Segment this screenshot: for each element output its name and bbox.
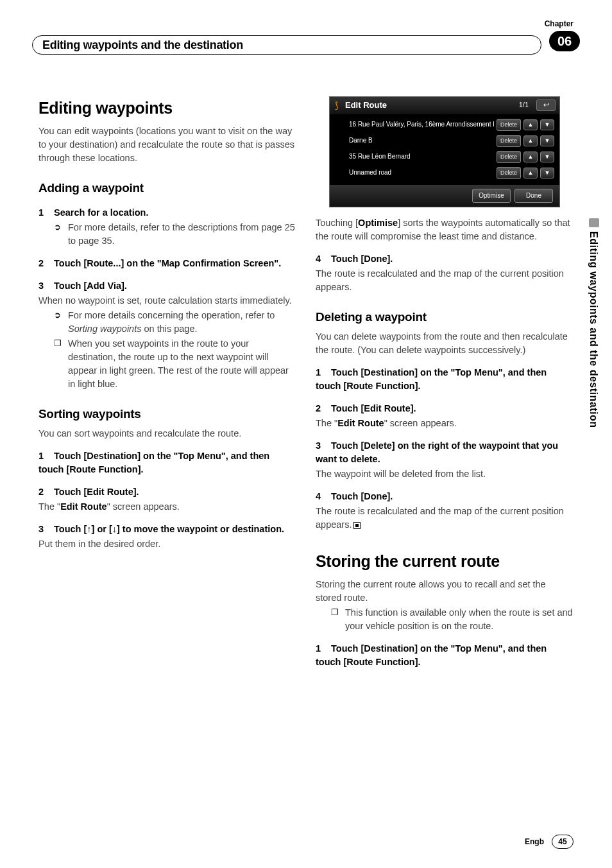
del-step-1-text: Touch [Destination] on the "Top Menu", a…	[316, 367, 547, 391]
sc-row-3: Unnamed road Delete ▲ ▼	[330, 165, 559, 181]
heading-sorting-waypoints: Sorting waypoints	[38, 405, 296, 423]
move-down-button[interactable]: ▼	[540, 119, 554, 130]
sort-step-2: 2Touch [Edit Route].	[38, 485, 296, 499]
side-tab-marker	[589, 218, 599, 227]
move-down-button[interactable]: ▼	[540, 168, 554, 178]
del-step-2-text: Touch [Edit Route].	[331, 403, 416, 413]
step-4-text: Touch [Done].	[331, 254, 393, 264]
step-1-detail: For more details, refer to the descripti…	[54, 221, 296, 248]
move-down-button[interactable]: ▼	[540, 152, 554, 162]
del-step-3-text: Touch [Delete] on the right of the waypo…	[316, 440, 558, 464]
move-up-button[interactable]: ▲	[523, 168, 538, 178]
sorting-intro: You can sort waypoints and recalculate t…	[38, 427, 296, 440]
del-step-2: 2Touch [Edit Route].	[316, 402, 574, 415]
optimise-button[interactable]: Optimise	[472, 189, 511, 204]
delete-button[interactable]: Delete	[497, 135, 521, 147]
move-down-button[interactable]: ▼	[540, 135, 554, 146]
heading-editing-waypoints: Editing waypoints	[38, 96, 296, 119]
route-icon: ⟆	[335, 99, 338, 112]
step-4-after: The route is recalculated and the map of…	[316, 267, 574, 294]
chapter-number-badge: 06	[549, 31, 580, 51]
end-section-icon	[353, 522, 361, 529]
side-tab-text: Editing waypoints and the destination	[588, 231, 599, 428]
step-2: 2Touch [Route...] on the "Map Confirmati…	[38, 257, 296, 270]
sc-row-2: 35 Rue Léon Bernard Delete ▲ ▼	[330, 149, 559, 165]
sc-row-2-label[interactable]: 35 Rue Léon Bernard	[349, 152, 494, 162]
step-3: 3Touch [Add Via].	[38, 279, 296, 293]
sort-step-1: 1Touch [Destination] on the "Top Menu", …	[38, 449, 296, 476]
delete-button[interactable]: Delete	[497, 119, 521, 131]
del-step-1: 1Touch [Destination] on the "Top Menu", …	[316, 366, 574, 393]
edit-route-screenshot: ⟆ Edit Route 1/1 ↩ 16 Rue Paul Valéry, P…	[329, 96, 560, 207]
done-button[interactable]: Done	[514, 189, 553, 204]
del-step-4-after: The route is recalculated and the map of…	[316, 505, 574, 532]
footer-lang: Engb	[525, 837, 544, 846]
sc-row-0-label[interactable]: 16 Rue Paul Valéry, Paris, 16ème Arrondi…	[349, 120, 494, 130]
sc-title[interactable]: Edit Route	[345, 100, 515, 112]
sort-step-3: 3Touch [] or [] to move the waypoint or …	[38, 523, 296, 536]
delete-button[interactable]: Delete	[497, 167, 521, 179]
chapter-title-bar: Editing waypoints and the destination	[32, 35, 541, 55]
page-footer: Engb 45	[525, 835, 574, 849]
chapter-title: Editing waypoints and the destination	[42, 39, 243, 52]
move-up-button[interactable]: ▲	[523, 119, 538, 130]
sc-row-1: Darne B Delete ▲ ▼	[330, 133, 559, 149]
sc-pager: 1/1	[519, 100, 529, 110]
storing-intro: Storing the current route allows you to …	[316, 578, 574, 605]
sort-step-2-after: The "Edit Route" screen appears.	[38, 500, 296, 514]
store-step-1-text: Touch [Destination] on the "Top Menu", a…	[316, 643, 547, 667]
sc-row-1-label[interactable]: Darne B	[349, 136, 494, 146]
sc-header: ⟆ Edit Route 1/1 ↩	[330, 97, 559, 114]
heading-storing-route: Storing the current route	[316, 550, 574, 573]
left-column: Editing waypoints You can edit waypoints…	[38, 96, 296, 671]
step-3-text: Touch [Add Via].	[54, 281, 127, 291]
back-button[interactable]: ↩	[536, 100, 556, 111]
step-2-text: Touch [Route...] on the "Map Confirmatio…	[54, 258, 281, 268]
heading-adding-waypoint: Adding a waypoint	[38, 179, 296, 197]
storing-bullet: This function is available only when the…	[331, 606, 574, 633]
del-step-2-after: The "Edit Route" screen appears.	[316, 417, 574, 430]
delete-button[interactable]: Delete	[497, 151, 521, 163]
footer-page-number: 45	[552, 835, 574, 849]
sc-row-3-label[interactable]: Unnamed road	[349, 168, 494, 178]
del-step-4: 4Touch [Done].	[316, 490, 574, 503]
arrow-up-icon	[87, 524, 91, 534]
sc-row-0: 16 Rue Paul Valéry, Paris, 16ème Arrondi…	[330, 117, 559, 133]
sc-footer: Optimise Done	[330, 185, 559, 207]
intro-text: You can edit waypoints (locations you wa…	[38, 125, 296, 165]
del-step-4-text: Touch [Done].	[331, 491, 393, 501]
step-1-text: Search for a location.	[54, 207, 148, 218]
right-column: ⟆ Edit Route 1/1 ↩ 16 Rue Paul Valéry, P…	[316, 96, 574, 671]
store-step-1: 1Touch [Destination] on the "Top Menu", …	[316, 642, 574, 669]
move-up-button[interactable]: ▲	[523, 152, 538, 162]
move-up-button[interactable]: ▲	[523, 135, 538, 146]
step-4: 4Touch [Done].	[316, 252, 574, 266]
step-1: 1Search for a location.	[38, 206, 296, 220]
del-step-3-after: The waypoint will be deleted from the li…	[316, 467, 574, 481]
chapter-label: Chapter	[545, 19, 574, 28]
arrow-down-icon	[112, 524, 117, 534]
heading-deleting-waypoint: Deleting a waypoint	[316, 308, 574, 326]
sort-step-3-after: Put them in the desired order.	[38, 537, 296, 551]
step-3-after: When no waypoint is set, route calculati…	[38, 294, 296, 308]
delete-intro: You can delete waypoints from the route …	[316, 330, 574, 357]
sort-step-2-text: Touch [Edit Route].	[54, 487, 139, 497]
del-step-3: 3Touch [Delete] on the right of the wayp…	[316, 439, 574, 466]
optimise-text: Touching [Optimise] sorts the waypoints …	[316, 216, 574, 243]
step-3-bullet-2: When you set waypoints in the route to y…	[54, 337, 296, 391]
sort-step-1-text: Touch [Destination] on the "Top Menu", a…	[38, 451, 269, 474]
step-3-bullet-1: For more details concerning the operatio…	[54, 309, 296, 336]
sc-rows: 16 Rue Paul Valéry, Paris, 16ème Arrondi…	[330, 114, 559, 185]
